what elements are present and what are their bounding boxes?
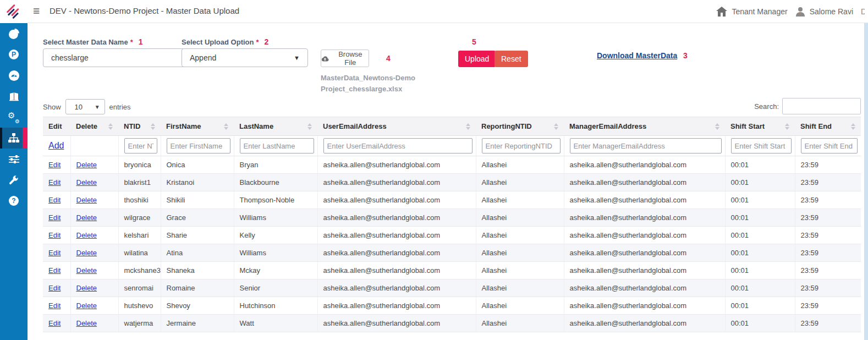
cell-ntid: kelshari xyxy=(118,227,161,244)
tenant-manager-label: Tenant Manager xyxy=(732,7,787,16)
edit-link[interactable]: Edit xyxy=(48,266,61,275)
cell-ntid: wilatina xyxy=(118,244,161,262)
user-menu[interactable]: Salome Ravi xyxy=(795,7,853,17)
cell-manageremail: asheika.allen@sutherlandglobal.com xyxy=(564,227,725,244)
cell-shiftend: 23:59 xyxy=(795,191,861,209)
cell-lastname: Blackbourne xyxy=(234,174,317,191)
filter-shiftstart-input[interactable] xyxy=(731,138,792,153)
table-row: EditDeletewilatinaAtinaWilliamsasheika.a… xyxy=(43,244,861,262)
sidebar-item-master-data[interactable] xyxy=(0,128,28,149)
cell-shiftstart: 00:01 xyxy=(725,191,795,209)
cell-shiftend: 23:59 xyxy=(795,279,861,297)
add-row-link[interactable]: Add xyxy=(48,141,64,150)
delete-link-cell: Delete xyxy=(70,279,118,297)
col-header-manageremail[interactable]: ManagerEmailAddress xyxy=(564,117,725,136)
wrench-icon xyxy=(9,175,19,185)
delete-link-cell: Delete xyxy=(70,174,118,191)
cell-shiftstart: 00:01 xyxy=(725,244,795,262)
app-logo[interactable] xyxy=(0,0,28,23)
cell-shiftend: 23:59 xyxy=(795,209,861,227)
filter-shiftend-input[interactable] xyxy=(801,138,858,153)
annotation-3: 3 xyxy=(683,51,688,60)
cell-lastname: Watt xyxy=(234,315,317,332)
edit-link[interactable]: Edit xyxy=(48,231,61,239)
delete-link[interactable]: Delete xyxy=(76,266,97,275)
col-header-useremail[interactable]: UserEmailAddress xyxy=(317,117,476,136)
delete-link[interactable]: Delete xyxy=(76,249,97,257)
edit-link[interactable]: Edit xyxy=(48,213,61,222)
cell-ntid: watjerma xyxy=(118,315,161,332)
delete-link[interactable]: Delete xyxy=(76,231,97,239)
sidebar-nav: P ⚙ ⚙ xyxy=(0,23,28,340)
table-row: EditDeletehutshevoShevoyHutchinsonasheik… xyxy=(43,297,861,315)
delete-link[interactable]: Delete xyxy=(76,178,97,187)
sidebar-item-settings[interactable]: ⚙ ⚙ xyxy=(0,107,28,128)
edit-link-cell: Edit xyxy=(43,209,70,227)
sidebar-item-help[interactable]: ? xyxy=(0,190,28,211)
edit-link[interactable]: Edit xyxy=(48,284,61,292)
table-row: EditDeleteblakrist1KristanoiBlackbournea… xyxy=(43,174,861,191)
reset-button[interactable]: Reset xyxy=(495,51,528,67)
cell-manageremail: asheika.allen@sutherlandglobal.com xyxy=(564,262,725,279)
page-size-select[interactable]: 10 ▼ xyxy=(65,99,105,114)
delete-link-cell: Delete xyxy=(70,227,118,244)
delete-link[interactable]: Delete xyxy=(76,161,97,169)
sidebar-item-tools[interactable] xyxy=(0,169,28,190)
cell-useremail: asheika.allen@sutherlandglobal.com xyxy=(317,315,476,332)
delete-link[interactable]: Delete xyxy=(76,213,97,222)
table-row: EditDeletebryonicaOnicaBryanasheika.alle… xyxy=(43,156,861,174)
sidebar-item-pie-chart[interactable] xyxy=(0,23,28,44)
master-data-name-select[interactable]: chesslarge ▼ xyxy=(43,48,196,67)
cell-manageremail: asheika.allen@sutherlandglobal.com xyxy=(564,244,725,262)
tenant-manager-home[interactable]: Tenant Manager xyxy=(716,7,787,17)
edit-link[interactable]: Edit xyxy=(48,301,61,310)
cell-shiftend: 23:59 xyxy=(795,174,861,191)
edit-link[interactable]: Edit xyxy=(48,196,61,204)
col-header-edit: Edit xyxy=(43,117,70,136)
delete-link-cell: Delete xyxy=(70,297,118,315)
sidebar-item-library[interactable] xyxy=(0,86,28,107)
sidebar-item-dashboard[interactable] xyxy=(0,65,28,86)
table-row: EditDeletethoshikiShikiliThompson-Noblea… xyxy=(43,191,861,209)
cell-shiftend: 23:59 xyxy=(795,315,861,332)
filter-useremail-input[interactable] xyxy=(323,138,473,153)
cell-firstname: Onica xyxy=(161,156,234,174)
edit-link[interactable]: Edit xyxy=(48,249,61,257)
upload-button[interactable]: Upload xyxy=(458,51,496,67)
p-circle-icon: P xyxy=(9,50,19,59)
edit-link[interactable]: Edit xyxy=(48,161,61,169)
sidebar-item-configuration[interactable] xyxy=(0,149,28,169)
cell-reportingntid: Allashei xyxy=(476,315,564,332)
search-input[interactable] xyxy=(782,98,861,114)
upload-option-select[interactable]: Append ▼ xyxy=(182,48,308,67)
sidebar-item-p-module[interactable]: P xyxy=(0,44,28,65)
col-header-shiftstart[interactable]: Shift Start xyxy=(725,117,795,136)
download-masterdata-link[interactable]: Download MasterData xyxy=(597,51,677,60)
browse-file-button[interactable]: Browse File xyxy=(321,50,369,67)
menu-icon[interactable]: ≡ xyxy=(33,4,40,18)
filter-lastname-input[interactable] xyxy=(240,138,314,153)
sitemap-icon xyxy=(8,133,19,143)
col-header-delete[interactable]: Delete xyxy=(70,117,118,136)
scrollbar-track[interactable] xyxy=(864,23,868,340)
cell-manageremail: asheika.allen@sutherlandglobal.com xyxy=(564,174,725,191)
edit-link[interactable]: Edit xyxy=(48,319,61,327)
cell-reportingntid: Allashei xyxy=(476,279,564,297)
filter-manageremail-input[interactable] xyxy=(570,138,722,153)
cell-reportingntid: Allashei xyxy=(476,244,564,262)
col-header-lastname[interactable]: LastName xyxy=(234,117,317,136)
col-header-reportingntid[interactable]: ReportingNTID xyxy=(476,117,564,136)
delete-link[interactable]: Delete xyxy=(76,319,97,327)
col-header-firstname[interactable]: FirstName xyxy=(161,117,234,136)
cell-manageremail: asheika.allen@sutherlandglobal.com xyxy=(564,315,725,332)
delete-link[interactable]: Delete xyxy=(76,196,97,204)
filter-ntid-input[interactable] xyxy=(124,138,157,153)
col-header-ntid[interactable]: NTID xyxy=(118,117,161,136)
filter-firstname-input[interactable] xyxy=(167,138,230,153)
filter-reportingntid-input[interactable] xyxy=(482,138,561,153)
delete-link[interactable]: Delete xyxy=(76,301,97,310)
edit-link[interactable]: Edit xyxy=(48,178,61,187)
cell-lastname: Hutchinson xyxy=(234,297,317,315)
delete-link[interactable]: Delete xyxy=(76,284,97,292)
col-header-shiftend[interactable]: Shift End xyxy=(795,117,861,136)
